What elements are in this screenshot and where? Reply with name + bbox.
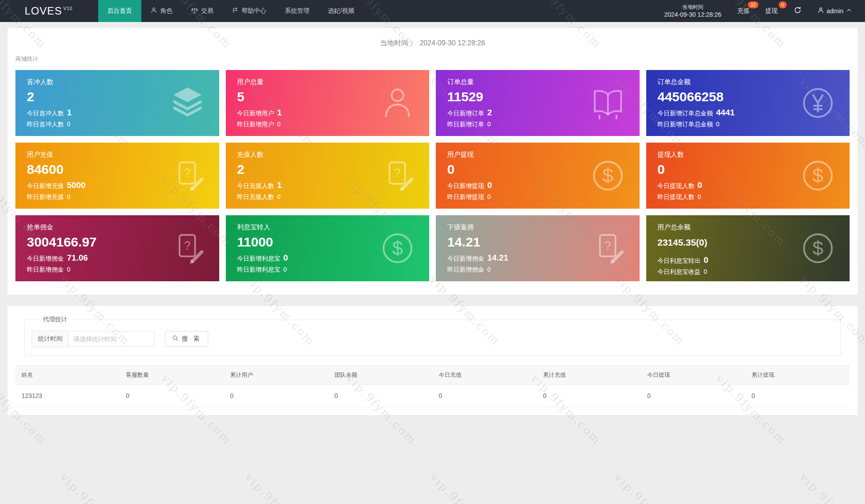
svg-text:$: $: [602, 165, 613, 186]
menu-item-system[interactable]: 系统管理: [276, 0, 319, 22]
stats-section-title: 商城统计: [15, 55, 850, 63]
doc-edit-icon: ?: [170, 230, 207, 267]
search-icon: [172, 335, 179, 343]
col-header-name: 姓名: [15, 366, 120, 385]
local-time-value: 2024-09-30 12:28:26: [664, 11, 721, 18]
menu-item-help[interactable]: 帮助中心: [223, 0, 276, 22]
person-icon: [151, 7, 157, 15]
svg-text:?: ?: [394, 166, 401, 180]
svg-text:?: ?: [184, 239, 191, 252]
stat-card-total-users: 用户总量 5 今日新增用户1 昨日新增用户0: [226, 70, 430, 136]
scales-icon: [191, 7, 198, 15]
menu-item-home[interactable]: 后台首页: [98, 0, 141, 22]
doc-edit-icon: ?: [380, 157, 417, 194]
svg-text:?: ?: [184, 166, 191, 180]
refresh-icon: [794, 6, 802, 16]
stat-card-user-recharge: 用户充值 84600 今日新增充值5000 昨日新增充值0 ?: [15, 143, 219, 209]
menu-item-label: 选妃/视频: [328, 7, 354, 15]
menu-item-label: 角色: [160, 7, 173, 15]
stat-card-total-orders: 订单总量 11529 今日新增订单2 昨日新增订单0: [436, 70, 640, 136]
card-yesterday-line: 昨日新增佣金0: [27, 266, 219, 274]
agent-table: 姓名 客服数量 累计用户 团队余额 今日充值 累计充值 今日提现 累计提现 12…: [15, 365, 850, 407]
time-line-value: 2024-09-30 12:28:26: [420, 39, 485, 47]
stat-card-first-charge-users: 首冲人数 2 今日首冲人数1 昨日首冲人数0: [15, 70, 219, 136]
app-logo[interactable]: LOVESV10: [0, 0, 98, 22]
navbar-local-time: 当地时间 2024-09-30 12:28:26: [664, 4, 721, 18]
stat-card-total-order-amount: 订单总金额 445066258 今日新增订单总金额4441 昨日新增订单总金额0: [646, 70, 850, 136]
layers-icon: [168, 84, 207, 122]
col-header-total-recharge: 累计充值: [537, 366, 641, 385]
card-yesterday-line: 昨日新增充值0: [27, 193, 219, 201]
col-header-team-balance: 团队余额: [328, 366, 433, 385]
cell-total-withdraw: 0: [745, 385, 850, 407]
doc-edit-icon: ?: [170, 157, 207, 194]
filter-label: 统计时间: [32, 331, 68, 347]
menu-item-trade[interactable]: 交易: [182, 0, 223, 22]
withdraw-badge: 0: [779, 1, 787, 8]
local-time-label: 当地时间: [664, 4, 721, 11]
svg-text:$: $: [813, 237, 823, 259]
user-icon: [378, 84, 417, 122]
menu-item-roles[interactable]: 角色: [141, 0, 182, 22]
col-header-total-withdraw: 累计提现: [745, 366, 850, 385]
recharge-label: 充值: [737, 7, 750, 14]
withdraw-nav-item[interactable]: 提现 0: [766, 7, 778, 15]
search-button[interactable]: 搜 索: [165, 331, 208, 347]
page: LOVESV10 后台首页 角色 交易 帮助中心 系统管理 选妃/视频: [0, 0, 865, 504]
dollar-circle-icon: $: [589, 156, 627, 195]
cell-total-users: 0: [224, 385, 328, 407]
user-icon: [817, 7, 824, 15]
agent-filter-row: 统计时间 搜 索: [32, 331, 833, 347]
menu-item-video[interactable]: 选妃/视频: [319, 0, 364, 22]
col-header-today-recharge: 今日充值: [433, 366, 537, 385]
stat-card-recharge-users: 充值人数 2 今日充值人数1 昨日充值人数0 ?: [226, 143, 430, 209]
stat-card-sub-commission: 下级返佣 14.21 今日新增佣金14.21 昨日新增佣金0 ?: [436, 215, 640, 281]
stat-card-user-total-balance: 用户总余额 23145.35(0) 今日利息宝转出0 今日利息宝收益0 $: [646, 215, 850, 281]
agent-table-header-row: 姓名 客服数量 累计用户 团队余额 今日充值 累计充值 今日提现 累计提现: [15, 366, 850, 385]
withdraw-label: 提现: [766, 7, 778, 14]
navbar-right: 当地时间 2024-09-30 12:28:26 充值 32 提现 0 admi…: [664, 0, 865, 22]
yen-circle-icon: [799, 84, 837, 122]
username: admin: [827, 7, 843, 15]
user-menu[interactable]: admin: [817, 7, 852, 15]
svg-text:?: ?: [604, 239, 611, 252]
cell-service-count: 0: [120, 385, 224, 407]
stat-card-withdraw-users: 提现人数 0 今日提现人数0 昨日提现人数0 $: [646, 143, 850, 209]
card-yesterday-line: 昨日新增佣金0: [447, 266, 640, 274]
stat-card-order-commission: 抢单佣金 3004166.97 今日新增佣金71.06 昨日新增佣金0 ?: [15, 215, 219, 281]
menu-item-label: 帮助中心: [242, 7, 266, 15]
cell-total-recharge: 0: [537, 385, 641, 407]
col-header-service-count: 客服数量: [120, 366, 224, 385]
stat-card-lixibao-in: 利息宝转入 11000 今日新增利息宝0 昨日新增利息宝0 $: [226, 215, 430, 281]
logo-text: LOVES: [25, 5, 62, 17]
menu-item-label: 交易: [201, 7, 213, 15]
flag-icon: [232, 7, 239, 15]
card-yesterday-line: 今日利息宝收益0: [658, 268, 850, 276]
refresh-button[interactable]: [794, 6, 802, 16]
search-button-label: 搜 索: [182, 335, 201, 343]
stat-time-input[interactable]: [68, 331, 155, 347]
logo-version: V10: [63, 6, 73, 11]
chevron-up-icon: [846, 7, 852, 15]
recharge-badge: 32: [748, 1, 758, 8]
cell-name: 123123: [15, 385, 120, 407]
stats-panel: 当地时间：2024-09-30 12:28:26 商城统计 首冲人数 2 今日首…: [7, 28, 858, 294]
dollar-circle-icon: $: [799, 156, 837, 195]
menu-item-label: 系统管理: [285, 7, 309, 15]
doc-edit-icon: ?: [590, 230, 627, 267]
svg-text:$: $: [392, 237, 403, 259]
dollar-circle-icon: $: [799, 229, 837, 268]
table-row: 123123 0 0 0 0 0 0 0: [15, 385, 850, 407]
recharge-nav-item[interactable]: 充值 32: [737, 7, 750, 15]
agent-fieldset: 代理统计 统计时间 搜 索: [24, 316, 841, 356]
col-header-total-users: 累计用户: [224, 366, 328, 385]
stats-cards-grid: 首冲人数 2 今日首冲人数1 昨日首冲人数0 用户总量 5 今日新增用户1 昨日…: [15, 70, 850, 281]
menu-item-label: 后台首页: [107, 7, 132, 15]
agent-panel: 代理统计 统计时间 搜 索 姓名 客服数量 累计用户 团队余额 今日充值 累计充…: [7, 306, 858, 415]
cell-today-recharge: 0: [433, 385, 537, 407]
stat-card-user-withdraw: 用户提现 0 今日新增提现0 昨日新增提现0 $: [436, 143, 640, 209]
time-line-label: 当地时间：: [380, 39, 415, 47]
cell-team-balance: 0: [328, 385, 433, 407]
card-yesterday-line: 昨日充值人数0: [237, 193, 430, 201]
svg-text:$: $: [813, 165, 823, 186]
